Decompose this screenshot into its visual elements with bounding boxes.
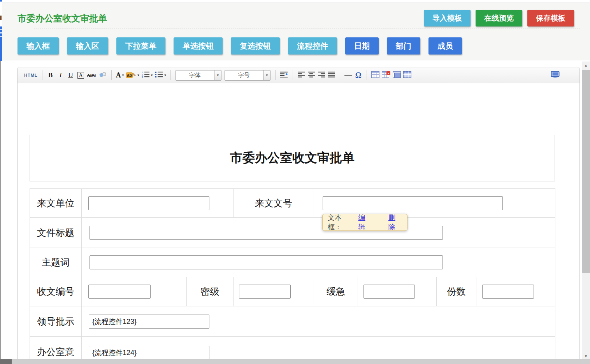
- indent-icon: [280, 71, 288, 79]
- unordered-list-button[interactable]: ▾: [154, 69, 167, 81]
- receipt-number-input[interactable]: [88, 285, 151, 299]
- font-color-button[interactable]: A ▾: [115, 69, 125, 81]
- form-title: 市委办公室收文审批单: [230, 149, 355, 167]
- strikethrough-glyph: ABC: [87, 73, 96, 77]
- scroll-up-icon[interactable]: ▲: [582, 62, 590, 69]
- tooltip-delete-link[interactable]: 删除: [388, 213, 402, 232]
- bold-glyph: B: [48, 71, 53, 79]
- html-source-label: HTML: [24, 73, 38, 77]
- horizontal-rule-button[interactable]: [343, 69, 353, 81]
- underline-button[interactable]: U: [66, 69, 76, 81]
- copies-input[interactable]: [482, 285, 534, 299]
- omega-icon: Ω: [355, 71, 362, 80]
- insert-table-icon: [371, 71, 379, 79]
- svg-text:×: ×: [387, 71, 389, 75]
- widget-input-box-button[interactable]: 输入框: [18, 37, 59, 55]
- widget-date-button[interactable]: 日期: [345, 37, 379, 55]
- font-size-select[interactable]: 字号 ▾: [225, 70, 270, 81]
- header-actions: 导入模板 在线预览 保存模板: [424, 10, 574, 26]
- insert-table-button[interactable]: [370, 69, 381, 81]
- pencil-icon: ✎: [132, 72, 136, 78]
- widget-toolbar: 输入框 输入区 下拉菜单 单选按钮 复选按钮 流程控件 日期 部门 成员: [18, 37, 462, 55]
- indent-button[interactable]: [279, 69, 290, 81]
- toolbar-separator: [275, 70, 276, 80]
- keywords-input[interactable]: [90, 255, 443, 269]
- cell-source-unit: [82, 189, 234, 218]
- table-row: 文件标题: [30, 218, 555, 248]
- table-properties-icon: [393, 71, 401, 79]
- font-family-select[interactable]: 字体 ▾: [176, 70, 221, 81]
- label-leader-comments: 领导批示: [30, 306, 82, 337]
- fullscreen-preview-button[interactable]: [550, 69, 561, 81]
- office-opinion-input[interactable]: [89, 346, 209, 360]
- align-center-icon: [308, 71, 315, 79]
- delete-table-button[interactable]: ×: [381, 69, 392, 81]
- highlight-color-button[interactable]: ab ✎ ▾: [125, 69, 140, 81]
- monitor-icon: [551, 71, 560, 80]
- cell-secrecy: [234, 277, 314, 306]
- table-properties-button[interactable]: [392, 69, 402, 81]
- widget-radio-button[interactable]: 单选按钮: [174, 37, 223, 55]
- secrecy-input[interactable]: [239, 285, 291, 299]
- toolbar-separator: [293, 70, 293, 80]
- cell-properties-icon: [403, 71, 411, 79]
- source-unit-input[interactable]: [88, 196, 209, 210]
- widget-member-button[interactable]: 成员: [428, 37, 462, 55]
- toolbar-separator: [170, 70, 171, 80]
- cell-keywords: [82, 248, 555, 277]
- tooltip-edit-link[interactable]: 编辑: [358, 213, 372, 232]
- toolbar-separator: [340, 70, 340, 80]
- align-right-button[interactable]: [316, 69, 327, 81]
- label-urgency: 缓急: [314, 277, 358, 306]
- scrollbar-thumb[interactable]: [582, 70, 590, 273]
- ordered-list-button[interactable]: 1 2 3 ▾: [140, 69, 154, 81]
- save-template-button[interactable]: 保存模板: [527, 10, 574, 26]
- toolbar-separator: [367, 70, 367, 80]
- vertical-scrollbar[interactable]: ▲ ▼: [582, 62, 590, 364]
- format-box-button[interactable]: A: [76, 69, 86, 81]
- import-template-button[interactable]: 导入模板: [424, 10, 471, 26]
- label-copies: 份数: [437, 277, 476, 306]
- align-center-button[interactable]: [306, 69, 316, 81]
- widget-flow-control-button[interactable]: 流程控件: [288, 37, 337, 55]
- italic-glyph: I: [60, 71, 62, 79]
- cell-properties-button[interactable]: [402, 69, 413, 81]
- chevron-down-icon: ▾: [217, 73, 219, 77]
- leader-comments-input[interactable]: [89, 315, 209, 329]
- form-title-box: 市委办公室收文审批单: [30, 135, 555, 181]
- page-root: 市委办公室收文审批单 导入模板 在线预览 保存模板 输入框 输入区 下拉菜单 单…: [0, 0, 590, 364]
- chevron-down-icon: ▾: [137, 73, 139, 77]
- eraser-button[interactable]: [97, 69, 108, 81]
- widget-textarea-button[interactable]: 输入区: [67, 37, 108, 55]
- cell-copies: [476, 277, 555, 306]
- table-row: 来文单位 来文文号: [30, 189, 555, 218]
- urgency-input[interactable]: [363, 285, 415, 299]
- online-preview-button[interactable]: 在线预览: [476, 10, 522, 26]
- font-size-label: 字号: [225, 70, 263, 80]
- widget-checkbox-button[interactable]: 复选按钮: [231, 37, 280, 55]
- align-justify-button[interactable]: [327, 69, 337, 81]
- bold-button[interactable]: B: [46, 69, 56, 81]
- widget-department-button[interactable]: 部门: [387, 37, 420, 55]
- svg-text:3: 3: [142, 76, 143, 78]
- html-source-button[interactable]: HTML: [23, 69, 39, 81]
- label-source-unit: 来文单位: [30, 189, 82, 218]
- toolbar-separator: [42, 70, 42, 80]
- editor-content[interactable]: 市委办公室收文审批单 来文单位 来文文号: [18, 83, 579, 364]
- label-doc-title: 文件标题: [30, 218, 82, 248]
- window-edge-strip: [0, 0, 2, 364]
- chevron-down-icon: ▾: [122, 73, 124, 77]
- doc-number-input[interactable]: [323, 196, 503, 210]
- cell-doc-title: [82, 218, 555, 248]
- widget-dropdown-button[interactable]: 下拉菜单: [116, 37, 165, 55]
- page-title: 市委办公室收文审批单: [18, 12, 107, 25]
- strikethrough-button[interactable]: ABC: [86, 69, 97, 81]
- combo-dropdown-button[interactable]: ▾: [214, 70, 221, 80]
- italic-button[interactable]: I: [56, 69, 66, 81]
- align-left-button[interactable]: [296, 69, 306, 81]
- tooltip-label: 文本框：: [328, 213, 355, 232]
- combo-dropdown-button[interactable]: ▾: [263, 70, 270, 80]
- bottom-dark-block: [0, 359, 12, 364]
- format-box-glyph: A: [77, 72, 84, 79]
- special-char-button[interactable]: Ω: [353, 69, 363, 81]
